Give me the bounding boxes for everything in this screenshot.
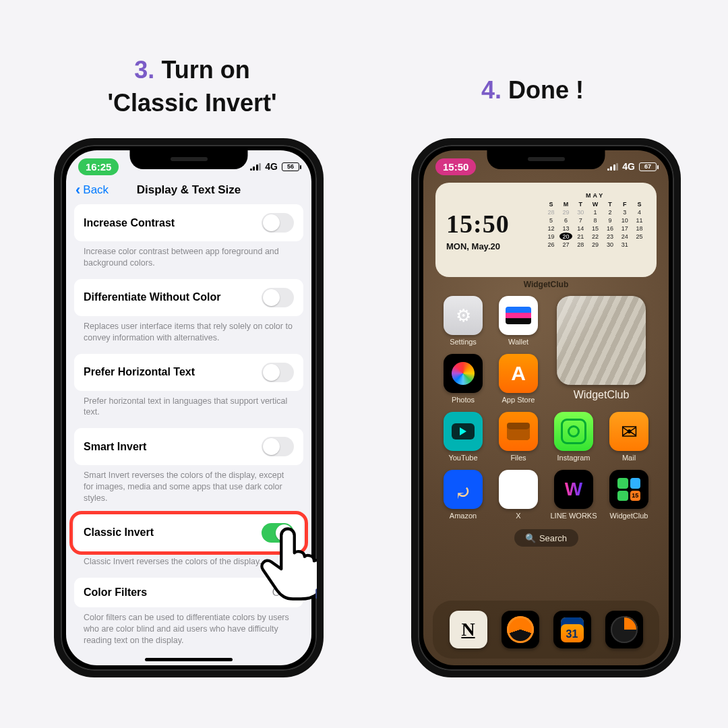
app-amazon[interactable]: Amazon bbox=[437, 470, 489, 520]
row-differentiate-without-color[interactable]: Differentiate Without Color bbox=[74, 279, 303, 316]
toggle-classic-invert[interactable] bbox=[262, 523, 294, 543]
widget-time: 15:50 bbox=[446, 209, 538, 239]
battery-icon: 67 bbox=[639, 162, 657, 171]
row-smart-invert[interactable]: Smart Invert bbox=[74, 428, 303, 465]
row-prefer-horizontal-text[interactable]: Prefer Horizontal Text bbox=[74, 354, 303, 391]
app-label: WidgetClub bbox=[610, 512, 648, 520]
settings-list[interactable]: Increase Contrast Increase color contras… bbox=[66, 204, 311, 656]
spotlight-search[interactable]: 🔍 Search bbox=[514, 529, 578, 547]
app-widgetclub[interactable]: 15 WidgetClub bbox=[603, 470, 655, 520]
row-label: Smart Invert bbox=[84, 441, 146, 453]
app-wallet[interactable]: Wallet bbox=[492, 296, 545, 346]
row-label: Differentiate Without Color bbox=[84, 291, 220, 303]
photo-widget[interactable]: WidgetClub bbox=[547, 296, 655, 404]
wallet-icon bbox=[499, 296, 538, 335]
calendar-grid: SMTWTFS282930123456789101112131415161718… bbox=[545, 201, 646, 248]
search-icon: 🔍 bbox=[525, 533, 536, 543]
home-indicator[interactable] bbox=[145, 658, 233, 661]
dock[interactable] bbox=[433, 601, 659, 659]
row-footer: Increase color contrast between app fore… bbox=[74, 241, 303, 279]
battery-icon: 56 bbox=[282, 162, 299, 171]
widgetclub-icon: 15 bbox=[609, 470, 648, 509]
app-label: X bbox=[516, 512, 520, 520]
app-label: Settings bbox=[450, 338, 477, 346]
phone-left: 16:25 4G 56 ‹ Back Display & Text Size I… bbox=[54, 138, 324, 677]
widget-date: MON, May.20 bbox=[446, 241, 538, 251]
app-label: Amazon bbox=[450, 512, 477, 520]
app-label: Wallet bbox=[508, 338, 528, 346]
app-lineworks[interactable]: LINE WORKS bbox=[547, 470, 600, 520]
appstore-icon: A bbox=[499, 354, 538, 393]
row-classic-invert[interactable]: Classic Invert bbox=[74, 514, 303, 551]
toggle-increase-contrast[interactable] bbox=[262, 213, 294, 233]
signal-icon bbox=[250, 163, 262, 171]
back-label: Back bbox=[83, 183, 109, 197]
back-button[interactable]: ‹ Back bbox=[75, 183, 109, 197]
step-3-caption: 3. Turn on 'Classic Invert' bbox=[71, 54, 313, 119]
app-photos[interactable]: Photos bbox=[437, 354, 489, 404]
app-label: App Store bbox=[502, 396, 535, 404]
step-4-caption: 4. Done ! bbox=[418, 74, 647, 107]
photo-widget-label: WidgetClub bbox=[574, 389, 630, 401]
photos-icon bbox=[444, 354, 483, 393]
dock-app-clock[interactable] bbox=[605, 611, 643, 648]
lineworks-icon bbox=[554, 470, 593, 509]
files-icon bbox=[499, 412, 538, 451]
settings-icon: ⚙︎ bbox=[444, 296, 483, 335]
row-footer: Prefer horizontal text in languages that… bbox=[74, 391, 303, 429]
phone-right: 15:50 4G 67 15:50 MON, May.20 MAY SMTWTF… bbox=[411, 138, 681, 677]
app-mail[interactable]: Mail bbox=[603, 412, 655, 462]
app-label: Files bbox=[510, 454, 526, 462]
chevron-left-icon: ‹ bbox=[75, 184, 80, 196]
youtube-icon bbox=[444, 412, 483, 451]
home-app-grid[interactable]: ⚙︎ Settings Wallet WidgetClub Photos A A… bbox=[423, 293, 669, 520]
svg-rect-0 bbox=[315, 588, 324, 599]
row-increase-contrast[interactable]: Increase Contrast bbox=[74, 204, 303, 241]
app-youtube[interactable]: YouTube bbox=[437, 412, 489, 462]
row-value: Off bbox=[272, 586, 286, 599]
dock-app-safari[interactable] bbox=[502, 611, 539, 648]
dock-app-calendar[interactable] bbox=[553, 611, 591, 648]
app-files[interactable]: Files bbox=[492, 412, 545, 462]
dock-app-notion[interactable] bbox=[450, 611, 487, 648]
x-icon: 𝕏 bbox=[499, 470, 538, 509]
app-instagram[interactable]: Instagram bbox=[547, 412, 600, 462]
row-footer: Replaces user interface items that rely … bbox=[74, 316, 303, 354]
photo-widget-image bbox=[557, 296, 646, 385]
step-4-number: 4. bbox=[481, 76, 502, 104]
app-label: Instagram bbox=[557, 454, 590, 462]
nav-header: ‹ Back Display & Text Size bbox=[66, 179, 311, 204]
app-settings[interactable]: ⚙︎ Settings bbox=[437, 296, 489, 346]
amazon-icon bbox=[444, 470, 483, 509]
notch bbox=[487, 150, 605, 169]
app-appstore[interactable]: A App Store bbox=[492, 354, 545, 404]
step-3-text-b: 'Classic Invert' bbox=[107, 89, 276, 117]
status-time-pill[interactable]: 16:25 bbox=[78, 158, 119, 175]
row-footer: Smart Invert reverses the colors of the … bbox=[74, 465, 303, 514]
signal-icon bbox=[607, 163, 619, 171]
row-footer: Color filters can be used to differentia… bbox=[74, 607, 303, 657]
row-footer: Classic Invert reverses the colors of th… bbox=[74, 551, 303, 578]
network-label: 4G bbox=[622, 161, 635, 172]
step-4-text: Done ! bbox=[508, 76, 584, 104]
widget-label: WidgetClub bbox=[423, 280, 669, 289]
mail-icon bbox=[609, 412, 648, 451]
app-x[interactable]: 𝕏 X bbox=[492, 470, 545, 520]
row-label: Classic Invert bbox=[84, 526, 154, 539]
row-color-filters[interactable]: Color Filters Off › bbox=[74, 578, 303, 607]
row-label: Prefer Horizontal Text bbox=[84, 366, 195, 378]
chevron-right-icon: › bbox=[291, 586, 294, 599]
toggle-smart-invert[interactable] bbox=[262, 437, 294, 456]
toggle-horizontal-text[interactable] bbox=[262, 363, 294, 382]
step-3-number: 3. bbox=[134, 56, 154, 84]
network-label: 4G bbox=[265, 161, 278, 172]
status-time-pill[interactable]: 15:50 bbox=[435, 158, 476, 175]
toggle-differentiate[interactable] bbox=[262, 288, 294, 307]
step-3-text-a: Turn on bbox=[161, 56, 249, 84]
clock-calendar-widget[interactable]: 15:50 MON, May.20 MAY SMTWTFS28293012345… bbox=[435, 183, 657, 277]
search-label: Search bbox=[539, 533, 567, 543]
row-label: Color Filters bbox=[84, 586, 147, 599]
app-label: YouTube bbox=[448, 454, 477, 462]
app-label: LINE WORKS bbox=[550, 512, 597, 520]
app-label: Photos bbox=[452, 396, 475, 404]
